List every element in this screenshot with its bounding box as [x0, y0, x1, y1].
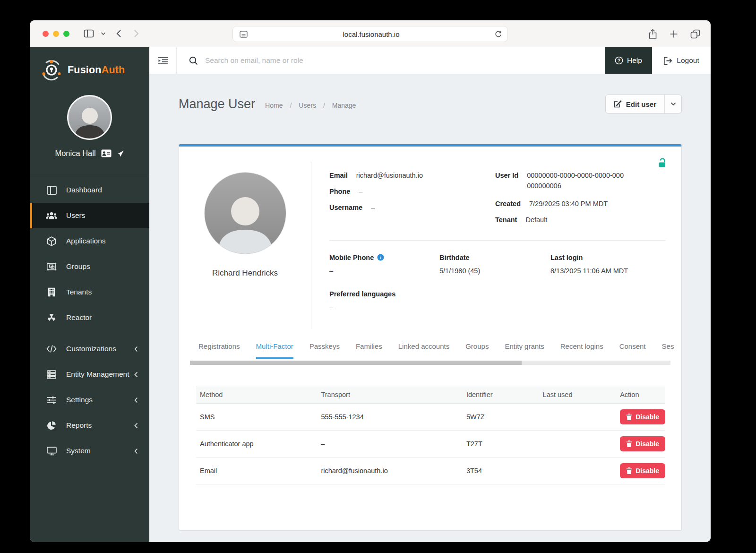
logout-label: Logout [677, 56, 699, 65]
tab-families[interactable]: Families [356, 342, 382, 359]
table-row: Authenticator app – T27T Disable [196, 430, 665, 457]
tab-linked-accounts[interactable]: Linked accounts [398, 342, 449, 359]
tab-passkeys[interactable]: Passkeys [309, 342, 340, 359]
sidebar-item-system[interactable]: System [30, 438, 149, 464]
tab-registrations[interactable]: Registrations [198, 342, 240, 359]
mfa-methods-table: Method Transport Identifier Last used Ac… [196, 386, 665, 484]
user-full-name: Richard Hendricks [179, 268, 311, 278]
breadcrumb-separator: / [323, 102, 325, 109]
field-tenant: Tenant Default [495, 216, 666, 224]
avatar [67, 95, 112, 140]
sidebar-item-users[interactable]: Users [30, 203, 149, 228]
sidebar-nav-groups: Customizations Entity Management Setting… [30, 333, 149, 464]
tab-consent[interactable]: Consent [619, 342, 646, 359]
sidebar-item-label: Reports [66, 421, 92, 430]
chevron-left-icon [134, 448, 138, 454]
chevron-down-icon[interactable] [101, 32, 106, 35]
sidebar-nav: Dashboard Users Applications [30, 177, 149, 330]
question-circle-icon: ? [615, 56, 623, 65]
location-arrow-icon[interactable] [117, 150, 124, 157]
search-input[interactable] [205, 56, 605, 65]
url-text[interactable]: local.fusionauth.io [248, 30, 495, 38]
fusionauth-logo: FusionAuth [30, 47, 149, 81]
logout-button[interactable]: Logout [652, 47, 711, 74]
url-bar[interactable]: local.fusionauth.io [232, 26, 508, 42]
logout-icon [663, 57, 672, 65]
trash-icon [626, 414, 632, 420]
cube-icon [46, 236, 57, 246]
page-content: Manage User Home / Users / Manage Edit u… [149, 74, 711, 542]
tab-entity-grants[interactable]: Entity grants [505, 342, 544, 359]
tabs-scrollbar-thumb[interactable] [190, 361, 522, 365]
browser-sidebar-toggle-icon[interactable] [84, 29, 94, 38]
column-transport: Transport [317, 386, 462, 403]
field-username: Username – [329, 204, 495, 211]
sidebar-item-applications[interactable]: Applications [30, 228, 149, 254]
info-icon[interactable]: i [377, 254, 384, 261]
chevron-left-icon [134, 346, 138, 352]
sidebar-item-entity-management[interactable]: Entity Management [30, 362, 149, 387]
tab-recent-logins[interactable]: Recent logins [560, 342, 603, 359]
sidebar-item-label: Applications [66, 237, 106, 245]
field-email: Email richard@fusionauth.io [329, 172, 495, 179]
edit-user-button[interactable]: Edit user [606, 95, 664, 113]
column-identifier: Identifier [463, 386, 539, 403]
disable-button[interactable]: Disable [620, 463, 665, 478]
cell-transport: – [317, 430, 462, 457]
users-icon [46, 211, 57, 220]
tab-multi-factor[interactable]: Multi-Factor [256, 342, 293, 359]
sidebar: FusionAuth Monica Hall [30, 47, 149, 542]
zoom-window-button[interactable] [63, 31, 69, 37]
collapse-sidebar-button[interactable] [149, 47, 177, 74]
page-reader-icon[interactable] [240, 31, 248, 38]
reload-icon[interactable] [495, 30, 502, 38]
person-silhouette-icon [210, 187, 281, 254]
sidebar-item-tenants[interactable]: Tenants [30, 279, 149, 305]
brand-text: FusionAuth [68, 64, 125, 76]
edit-user-split-button: Edit user [605, 95, 682, 113]
sliders-icon [46, 396, 57, 404]
sidebar-item-label: Reactor [66, 313, 92, 322]
forward-button-icon[interactable] [134, 29, 139, 38]
disable-button[interactable]: Disable [620, 436, 665, 451]
cell-identifier: 5W7Z [463, 403, 539, 430]
sidebar-item-customizations[interactable]: Customizations [30, 336, 149, 362]
breadcrumb-manage: Manage [332, 102, 356, 109]
sidebar-item-dashboard[interactable]: Dashboard [30, 177, 149, 203]
disable-button[interactable]: Disable [620, 409, 665, 424]
sidebar-item-reactor[interactable]: Reactor [30, 305, 149, 330]
cell-method: Email [196, 457, 317, 484]
cell-last-used [539, 403, 617, 430]
cell-last-used [539, 430, 617, 457]
chevron-left-icon [134, 397, 138, 403]
edit-user-dropdown-button[interactable] [664, 95, 681, 113]
sidebar-item-settings[interactable]: Settings [30, 387, 149, 413]
minimize-window-button[interactable] [53, 31, 59, 37]
sidebar-item-label: System [66, 447, 91, 455]
sidebar-item-groups[interactable]: Groups [30, 254, 149, 279]
new-tab-icon[interactable] [670, 30, 678, 38]
sidebar-item-label: Entity Management [66, 370, 129, 379]
close-window-button[interactable] [43, 31, 49, 37]
tab-sessions[interactable]: Ses [662, 342, 674, 359]
back-button-icon[interactable] [116, 29, 121, 38]
fusionauth-logo-icon [41, 59, 62, 81]
trash-icon [626, 467, 632, 474]
window-controls [43, 31, 69, 37]
breadcrumb-home[interactable]: Home [265, 102, 283, 109]
column-action: Action [616, 386, 665, 403]
tab-groups[interactable]: Groups [465, 342, 489, 359]
help-button[interactable]: ? Help [605, 47, 652, 74]
monitor-icon [46, 447, 57, 456]
field-preferred-languages: Preferred languages – [329, 290, 666, 311]
id-card-icon[interactable] [101, 149, 112, 157]
breadcrumb-users[interactable]: Users [299, 102, 316, 109]
cell-identifier: 3T54 [463, 457, 539, 484]
user-card: Richard Hendricks Email richard@fusionau… [179, 144, 682, 531]
sidebar-item-reports[interactable]: Reports [30, 413, 149, 438]
share-icon[interactable] [648, 29, 657, 39]
dashboard-icon [46, 186, 57, 195]
tab-overview-icon[interactable] [690, 29, 700, 39]
sidebar-item-label: Dashboard [66, 186, 102, 194]
code-icon [46, 345, 57, 353]
